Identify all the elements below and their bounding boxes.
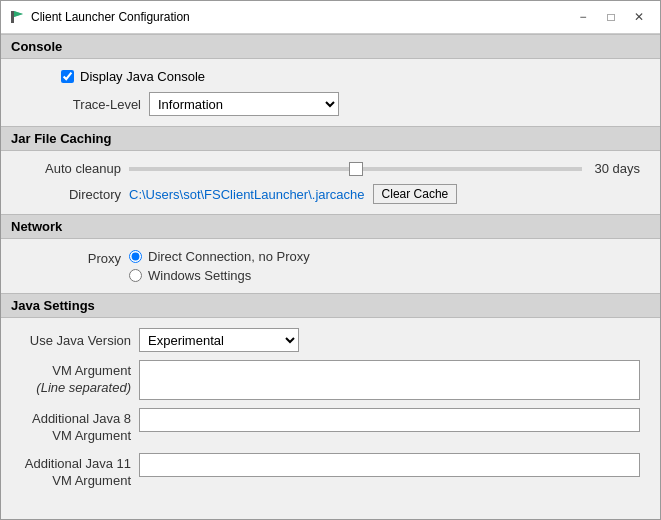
title-bar: Client Launcher Configuration − □ ✕ bbox=[1, 1, 660, 34]
java11-argument-label: Additional Java 11 VM Argument bbox=[21, 453, 131, 490]
clear-cache-button[interactable]: Clear Cache bbox=[373, 184, 458, 204]
trace-level-label: Trace-Level bbox=[61, 97, 141, 112]
java11-arg-row: Additional Java 11 VM Argument bbox=[21, 453, 640, 490]
trace-level-select[interactable]: Information Debug Warning Error Off bbox=[149, 92, 339, 116]
radio-direct-connection[interactable] bbox=[129, 250, 142, 263]
svg-marker-2 bbox=[14, 11, 23, 17]
auto-cleanup-label: Auto cleanup bbox=[21, 161, 121, 176]
radio-windows-settings[interactable] bbox=[129, 269, 142, 282]
proxy-label: Proxy bbox=[21, 249, 121, 266]
directory-path-link[interactable]: C:\Users\sot\FSClientLauncher\.jarcache bbox=[129, 187, 365, 202]
proxy-radio-group: Direct Connection, no Proxy Windows Sett… bbox=[129, 249, 310, 283]
app-icon bbox=[9, 9, 25, 25]
window-title: Client Launcher Configuration bbox=[31, 10, 570, 24]
network-section-header: Network bbox=[1, 214, 660, 239]
auto-cleanup-row: Auto cleanup 30 days bbox=[21, 161, 640, 176]
java-version-row: Use Java Version Experimental Java 8 Jav… bbox=[21, 328, 640, 352]
java-section-header: Java Settings bbox=[1, 293, 660, 318]
proxy-row: Proxy Direct Connection, no Proxy Window… bbox=[21, 249, 640, 283]
close-button[interactable]: ✕ bbox=[626, 7, 652, 27]
directory-row: Directory C:\Users\sot\FSClientLauncher\… bbox=[21, 184, 640, 204]
proxy-radio-windows: Windows Settings bbox=[129, 268, 310, 283]
vm-argument-label: VM Argument (Line separated) bbox=[21, 360, 131, 397]
java11-argument-input[interactable] bbox=[139, 453, 640, 477]
slider-container bbox=[129, 167, 582, 171]
window-controls: − □ ✕ bbox=[570, 7, 652, 27]
trace-level-row: Trace-Level Information Debug Warning Er… bbox=[61, 92, 600, 116]
display-java-console-row: Display Java Console bbox=[61, 69, 600, 84]
console-section-header: Console bbox=[1, 34, 660, 59]
java-version-select[interactable]: Experimental Java 8 Java 11 bbox=[139, 328, 299, 352]
vm-argument-input[interactable] bbox=[139, 360, 640, 400]
jar-section-header: Jar File Caching bbox=[1, 126, 660, 151]
display-java-console-label: Display Java Console bbox=[80, 69, 205, 84]
maximize-button[interactable]: □ bbox=[598, 7, 624, 27]
radio-direct-label: Direct Connection, no Proxy bbox=[148, 249, 310, 264]
console-section-body: Display Java Console Trace-Level Informa… bbox=[1, 59, 660, 126]
main-window: Client Launcher Configuration − □ ✕ Cons… bbox=[0, 0, 661, 520]
jar-section-body: Auto cleanup 30 days Directory C:\Users\… bbox=[1, 151, 660, 214]
directory-label: Directory bbox=[21, 187, 121, 202]
java8-arg-row: Additional Java 8 VM Argument bbox=[21, 408, 640, 445]
proxy-radio-direct: Direct Connection, no Proxy bbox=[129, 249, 310, 264]
auto-cleanup-slider[interactable] bbox=[129, 167, 582, 171]
vm-argument-row: VM Argument (Line separated) bbox=[21, 360, 640, 400]
network-section-body: Proxy Direct Connection, no Proxy Window… bbox=[1, 239, 660, 293]
svg-rect-0 bbox=[11, 11, 14, 23]
days-label: 30 days bbox=[590, 161, 640, 176]
display-java-console-checkbox[interactable] bbox=[61, 70, 74, 83]
minimize-button[interactable]: − bbox=[570, 7, 596, 27]
java8-argument-label: Additional Java 8 VM Argument bbox=[21, 408, 131, 445]
java-section-body: Use Java Version Experimental Java 8 Jav… bbox=[1, 318, 660, 508]
java-version-label: Use Java Version bbox=[21, 333, 131, 348]
java8-argument-input[interactable] bbox=[139, 408, 640, 432]
content-area: Console Display Java Console Trace-Level… bbox=[1, 34, 660, 519]
radio-windows-label: Windows Settings bbox=[148, 268, 251, 283]
